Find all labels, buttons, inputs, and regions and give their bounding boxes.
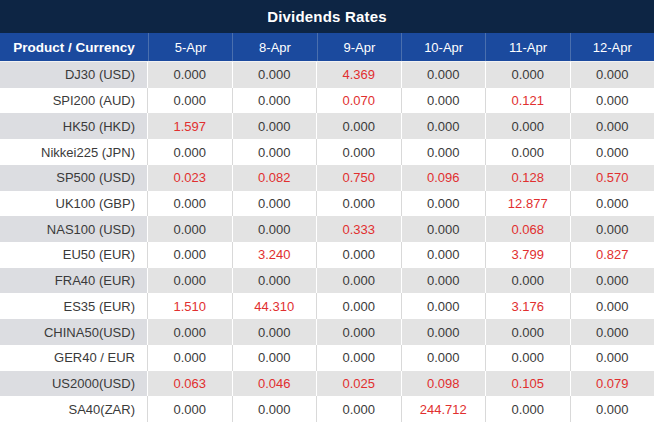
value-cell: 0.000 xyxy=(402,268,487,294)
value-cell: 0.000 xyxy=(486,345,571,371)
value-cell: 0.000 xyxy=(317,242,402,268)
value-cell: 0.000 xyxy=(402,139,487,165)
table-row: ES35 (EUR)1.51044.3100.0000.0003.1760.00… xyxy=(0,293,654,319)
value-cell: 0.000 xyxy=(486,268,571,294)
table-row: HK50 (HKD)1.5970.0000.0000.0000.0000.000 xyxy=(0,113,654,139)
value-cell: 0.000 xyxy=(148,88,233,114)
value-cell: 0.000 xyxy=(571,345,654,371)
table-row: SPI200 (AUD)0.0000.0000.0700.0000.1210.0… xyxy=(0,88,654,114)
value-cell: 0.000 xyxy=(233,113,318,139)
value-cell: 0.000 xyxy=(233,345,318,371)
value-cell: 0.570 xyxy=(571,165,654,191)
value-cell: 0.000 xyxy=(233,191,318,217)
product-cell: CHINA50(USD) xyxy=(0,319,148,345)
value-cell: 4.369 xyxy=(317,62,402,88)
product-cell: GER40 / EUR xyxy=(0,345,148,371)
value-cell: 0.827 xyxy=(571,242,654,268)
value-cell: 1.510 xyxy=(148,293,233,319)
table-row: UK100 (GBP)0.0000.0000.0000.00012.8770.0… xyxy=(0,191,654,217)
value-cell: 0.000 xyxy=(233,62,318,88)
value-cell: 0.063 xyxy=(148,371,233,397)
header-date-col: 9-Apr xyxy=(317,33,401,61)
header-product-currency: Product / Currency xyxy=(0,33,148,61)
product-cell: DJ30 (USD) xyxy=(0,62,148,88)
value-cell: 44.310 xyxy=(233,293,318,319)
value-cell: 0.000 xyxy=(402,62,487,88)
value-cell: 0.000 xyxy=(486,396,571,422)
table-body: DJ30 (USD)0.0000.0004.3690.0000.0000.000… xyxy=(0,61,654,422)
product-cell: SP500 (USD) xyxy=(0,165,148,191)
product-cell: Nikkei225 (JPN) xyxy=(0,139,148,165)
value-cell: 0.000 xyxy=(486,319,571,345)
value-cell: 0.000 xyxy=(317,139,402,165)
header-date-col: 8-Apr xyxy=(232,33,316,61)
header-date-col: 10-Apr xyxy=(401,33,485,61)
value-cell: 0.000 xyxy=(148,191,233,217)
value-cell: 0.000 xyxy=(317,191,402,217)
value-cell: 0.000 xyxy=(486,139,571,165)
value-cell: 0.000 xyxy=(233,268,318,294)
value-cell: 0.000 xyxy=(571,113,654,139)
product-cell: NAS100 (USD) xyxy=(0,216,148,242)
value-cell: 0.000 xyxy=(317,345,402,371)
product-cell: EU50 (EUR) xyxy=(0,242,148,268)
value-cell: 1.597 xyxy=(148,113,233,139)
value-cell: 0.000 xyxy=(148,242,233,268)
value-cell: 0.000 xyxy=(233,319,318,345)
table-row: EU50 (EUR)0.0003.2400.0000.0003.7990.827 xyxy=(0,242,654,268)
header-date-col: 5-Apr xyxy=(148,33,232,61)
value-cell: 0.000 xyxy=(402,88,487,114)
value-cell: 0.000 xyxy=(571,268,654,294)
table-row: FRA40 (EUR)0.0000.0000.0000.0000.0000.00… xyxy=(0,268,654,294)
value-cell: 0.000 xyxy=(571,139,654,165)
value-cell: 0.000 xyxy=(233,139,318,165)
value-cell: 0.000 xyxy=(486,113,571,139)
value-cell: 0.079 xyxy=(571,371,654,397)
value-cell: 3.176 xyxy=(486,293,571,319)
value-cell: 0.000 xyxy=(402,345,487,371)
value-cell: 0.000 xyxy=(148,319,233,345)
value-cell: 0.000 xyxy=(402,216,487,242)
value-cell: 0.000 xyxy=(317,113,402,139)
value-cell: 0.000 xyxy=(571,88,654,114)
value-cell: 0.098 xyxy=(402,371,487,397)
value-cell: 0.023 xyxy=(148,165,233,191)
value-cell: 0.000 xyxy=(402,113,487,139)
product-cell: SA40(ZAR) xyxy=(0,396,148,422)
product-cell: HK50 (HKD) xyxy=(0,113,148,139)
header-date-col: 11-Apr xyxy=(485,33,569,61)
value-cell: 0.333 xyxy=(317,216,402,242)
product-cell: UK100 (GBP) xyxy=(0,191,148,217)
value-cell: 0.000 xyxy=(317,268,402,294)
value-cell: 0.046 xyxy=(233,371,318,397)
value-cell: 0.000 xyxy=(571,319,654,345)
value-cell: 0.000 xyxy=(233,396,318,422)
value-cell: 0.000 xyxy=(402,242,487,268)
value-cell: 0.000 xyxy=(317,396,402,422)
value-cell: 0.082 xyxy=(233,165,318,191)
value-cell: 0.000 xyxy=(402,293,487,319)
table-row: DJ30 (USD)0.0000.0004.3690.0000.0000.000 xyxy=(0,62,654,88)
table-row: SP500 (USD)0.0230.0820.7500.0960.1280.57… xyxy=(0,165,654,191)
dividends-rates-table: Dividends Rates Product / Currency 5-Apr… xyxy=(0,0,654,422)
value-cell: 244.712 xyxy=(402,396,487,422)
value-cell: 0.000 xyxy=(317,293,402,319)
value-cell: 12.877 xyxy=(486,191,571,217)
table-row: Nikkei225 (JPN)0.0000.0000.0000.0000.000… xyxy=(0,139,654,165)
value-cell: 0.000 xyxy=(571,62,654,88)
value-cell: 0.096 xyxy=(402,165,487,191)
value-cell: 0.000 xyxy=(317,319,402,345)
product-cell: SPI200 (AUD) xyxy=(0,88,148,114)
value-cell: 0.000 xyxy=(402,319,487,345)
value-cell: 0.000 xyxy=(571,396,654,422)
value-cell: 0.000 xyxy=(571,293,654,319)
value-cell: 0.000 xyxy=(233,216,318,242)
value-cell: 3.240 xyxy=(233,242,318,268)
value-cell: 0.000 xyxy=(402,191,487,217)
value-cell: 0.105 xyxy=(486,371,571,397)
product-cell: ES35 (EUR) xyxy=(0,293,148,319)
value-cell: 0.070 xyxy=(317,88,402,114)
value-cell: 0.121 xyxy=(486,88,571,114)
value-cell: 0.068 xyxy=(486,216,571,242)
product-cell: US2000(USD) xyxy=(0,371,148,397)
